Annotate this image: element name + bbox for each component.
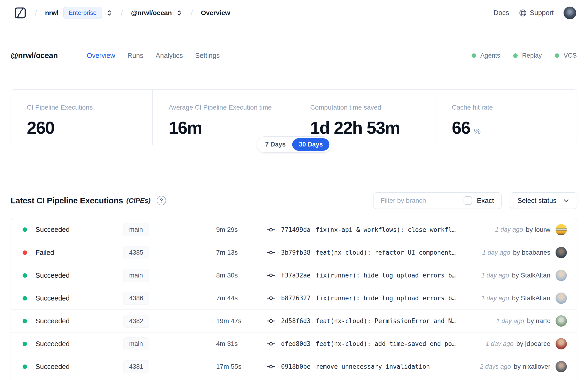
commit-message: fix(runner): hide log upload errors b… [316,295,455,302]
success-dot-icon [23,319,27,323]
commit-message: fix(nx-api & workflows): close workfl… [316,226,455,233]
table-row[interactable]: Succeeded main 8m 30s f37a32ae fix(runne… [11,264,577,287]
time-ago: 2 days ago [480,363,511,370]
indicator-replay[interactable]: Replay [513,52,542,59]
chevron-down-icon [563,197,570,204]
duration: 7m 44s [216,294,266,302]
table-row[interactable]: Succeeded 4386 7m 44s b8726327 fix(runne… [11,287,577,309]
author: by StalkAltan [512,294,550,302]
docs-link[interactable]: Docs [493,9,509,17]
author: by bcabanes [513,249,550,256]
breadcrumb-org[interactable]: nrwl [45,9,58,17]
success-dot-icon [23,273,27,278]
workspace-tabs: Overview Runs Analytics Settings [87,52,220,59]
branch-badge[interactable]: 4381 [123,360,149,373]
branch-badge[interactable]: main [123,338,149,350]
green-status-dot [555,53,559,58]
commit-hash[interactable]: 2d58f6d3 [281,318,310,324]
branch-badge[interactable]: main [123,223,149,236]
commit-hash[interactable]: 0918b0be [281,363,310,370]
org-switcher-chevrons-icon[interactable] [106,9,113,17]
status-label: Succeeded [36,317,70,325]
stat-value: 260 [27,118,54,138]
exact-checkbox-wrap[interactable]: Exact [456,192,501,209]
green-status-dot [472,53,476,58]
cipes-section-header: Latest CI Pipeline Executions (CIPEs) ? … [11,192,577,209]
cipes-title-suffix: (CIPEs) [126,197,151,205]
author: by jdpearce [516,340,550,347]
user-avatar[interactable] [564,7,576,19]
commit-hash[interactable]: b8726327 [281,295,310,302]
success-dot-icon [23,342,27,346]
tab-overview[interactable]: Overview [87,52,115,59]
breadcrumb-workspace[interactable]: @nrwl/ocean [131,9,172,17]
status-label: Succeeded [36,226,70,233]
exact-label: Exact [477,197,494,205]
author-avatar [555,270,567,281]
duration: 19m 47s [216,317,266,325]
support-link[interactable]: Support [519,9,554,17]
branch-badge[interactable]: 4385 [123,246,149,259]
breadcrumb-separator: / [191,8,193,18]
table-row[interactable]: Succeeded 4381 17m 55s 0918b0be remove u… [11,355,577,378]
author-avatar [555,361,567,372]
status-label: Succeeded [36,272,70,279]
status-label: Succeeded [36,340,70,348]
author-avatar [555,247,567,258]
author-avatar [555,315,567,327]
git-commit-icon [266,362,276,372]
duration: 8m 30s [216,272,266,279]
commit-hash[interactable]: 771499da [281,226,310,233]
commit-hash[interactable]: dfed80d3 [281,340,310,347]
select-status-dropdown[interactable]: Select status [510,192,577,209]
indicator-agents[interactable]: Agents [472,52,500,59]
branch-badge[interactable]: 4386 [123,292,149,305]
vertical-divider [72,42,72,68]
table-row-partial [11,378,577,380]
branch-filter-input[interactable] [374,192,456,209]
workspace-bar: @nrwl/ocean Overview Runs Analytics Sett… [11,42,577,69]
branch-badge[interactable]: main [123,269,149,282]
life-buoy-icon [519,9,527,17]
status-label: Failed [36,249,54,257]
git-commit-icon [266,225,276,235]
commit-message: remove unnecessary invalidation [316,363,430,370]
success-dot-icon [23,296,27,301]
table-row[interactable]: Succeeded main 4m 31s dfed80d3 feat(nx-c… [11,332,577,355]
author-avatar [555,338,567,349]
table-row[interactable]: Succeeded 4382 19m 47s 2d58f6d3 feat(nx-… [11,309,577,332]
nx-cloud-logo-icon[interactable] [14,6,27,19]
tab-runs[interactable]: Runs [128,52,143,59]
table-row[interactable]: Failed 4385 7m 13s 3b79fb38 feat(nx-clou… [11,241,577,264]
indicator-vcs[interactable]: VCS [555,52,577,59]
breadcrumb-separator: / [35,8,37,18]
success-dot-icon [23,228,27,232]
table-row[interactable]: Succeeded main 9m 29s 771499da fix(nx-ap… [11,218,577,241]
failed-dot-icon [23,250,27,255]
support-label: Support [530,9,554,17]
branch-badge[interactable]: 4382 [123,315,149,327]
breadcrumb-separator: / [121,8,123,18]
tab-settings[interactable]: Settings [195,52,220,59]
commit-hash[interactable]: f37a32ae [281,272,310,279]
workspace-switcher-chevrons-icon[interactable] [176,9,183,17]
range-30-days[interactable]: 30 Days [292,138,329,151]
tab-analytics[interactable]: Analytics [156,52,183,59]
help-icon[interactable]: ? [157,196,166,205]
time-ago: 1 day ago [481,295,509,302]
cipes-title: Latest CI Pipeline Executions [11,196,123,205]
git-commit-icon [266,247,276,258]
stats-cards: CI Pipeline Executions 260 Average CI Pi… [11,89,577,145]
exact-checkbox[interactable] [464,196,472,205]
cipe-table: Succeeded main 9m 29s 771499da fix(nx-ap… [11,218,577,380]
stat-value: 66 [452,118,470,138]
plan-badge[interactable]: Enterprise [63,7,102,19]
time-ago: 1 day ago [495,226,523,233]
git-commit-icon [266,293,276,303]
vertical-divider [458,49,458,62]
author: by nartc [527,317,550,325]
commit-hash[interactable]: 3b79fb38 [281,249,310,256]
range-7-days[interactable]: 7 Days [259,138,292,151]
duration: 17m 55s [216,363,266,370]
author: by StalkAltan [512,272,550,279]
